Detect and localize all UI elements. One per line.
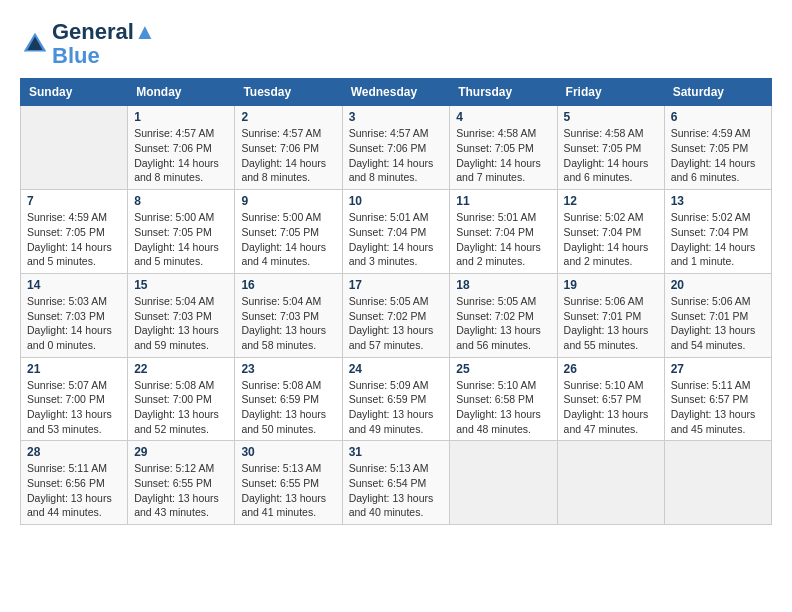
day-info: Sunrise: 5:02 AM Sunset: 7:04 PM Dayligh… xyxy=(671,210,765,269)
calendar-cell xyxy=(557,441,664,525)
calendar-cell xyxy=(664,441,771,525)
day-info: Sunrise: 4:58 AM Sunset: 7:05 PM Dayligh… xyxy=(564,126,658,185)
calendar-cell: 29Sunrise: 5:12 AM Sunset: 6:55 PM Dayli… xyxy=(128,441,235,525)
logo-icon xyxy=(20,29,50,59)
col-header-friday: Friday xyxy=(557,79,664,106)
calendar-cell: 5Sunrise: 4:58 AM Sunset: 7:05 PM Daylig… xyxy=(557,106,664,190)
day-number: 25 xyxy=(456,362,550,376)
calendar-cell xyxy=(450,441,557,525)
day-number: 17 xyxy=(349,278,444,292)
day-info: Sunrise: 4:57 AM Sunset: 7:06 PM Dayligh… xyxy=(241,126,335,185)
day-number: 11 xyxy=(456,194,550,208)
day-info: Sunrise: 5:00 AM Sunset: 7:05 PM Dayligh… xyxy=(241,210,335,269)
calendar-cell: 13Sunrise: 5:02 AM Sunset: 7:04 PM Dayli… xyxy=(664,190,771,274)
day-number: 19 xyxy=(564,278,658,292)
day-info: Sunrise: 5:08 AM Sunset: 6:59 PM Dayligh… xyxy=(241,378,335,437)
day-info: Sunrise: 4:58 AM Sunset: 7:05 PM Dayligh… xyxy=(456,126,550,185)
day-info: Sunrise: 4:57 AM Sunset: 7:06 PM Dayligh… xyxy=(349,126,444,185)
day-info: Sunrise: 5:06 AM Sunset: 7:01 PM Dayligh… xyxy=(564,294,658,353)
day-number: 30 xyxy=(241,445,335,459)
day-info: Sunrise: 5:11 AM Sunset: 6:57 PM Dayligh… xyxy=(671,378,765,437)
calendar-cell: 24Sunrise: 5:09 AM Sunset: 6:59 PM Dayli… xyxy=(342,357,450,441)
col-header-saturday: Saturday xyxy=(664,79,771,106)
calendar-cell xyxy=(21,106,128,190)
day-number: 12 xyxy=(564,194,658,208)
day-info: Sunrise: 5:09 AM Sunset: 6:59 PM Dayligh… xyxy=(349,378,444,437)
day-info: Sunrise: 5:12 AM Sunset: 6:55 PM Dayligh… xyxy=(134,461,228,520)
day-number: 4 xyxy=(456,110,550,124)
day-number: 7 xyxy=(27,194,121,208)
day-info: Sunrise: 5:06 AM Sunset: 7:01 PM Dayligh… xyxy=(671,294,765,353)
day-number: 22 xyxy=(134,362,228,376)
day-number: 10 xyxy=(349,194,444,208)
day-number: 21 xyxy=(27,362,121,376)
day-number: 13 xyxy=(671,194,765,208)
day-number: 2 xyxy=(241,110,335,124)
calendar-cell: 14Sunrise: 5:03 AM Sunset: 7:03 PM Dayli… xyxy=(21,273,128,357)
day-number: 14 xyxy=(27,278,121,292)
week-row-1: 1Sunrise: 4:57 AM Sunset: 7:06 PM Daylig… xyxy=(21,106,772,190)
calendar-cell: 3Sunrise: 4:57 AM Sunset: 7:06 PM Daylig… xyxy=(342,106,450,190)
day-info: Sunrise: 5:04 AM Sunset: 7:03 PM Dayligh… xyxy=(134,294,228,353)
day-number: 1 xyxy=(134,110,228,124)
logo-text: General▲ Blue xyxy=(52,20,156,68)
day-info: Sunrise: 5:08 AM Sunset: 7:00 PM Dayligh… xyxy=(134,378,228,437)
calendar-cell: 4Sunrise: 4:58 AM Sunset: 7:05 PM Daylig… xyxy=(450,106,557,190)
day-number: 16 xyxy=(241,278,335,292)
calendar-cell: 30Sunrise: 5:13 AM Sunset: 6:55 PM Dayli… xyxy=(235,441,342,525)
calendar-cell: 28Sunrise: 5:11 AM Sunset: 6:56 PM Dayli… xyxy=(21,441,128,525)
day-info: Sunrise: 5:07 AM Sunset: 7:00 PM Dayligh… xyxy=(27,378,121,437)
day-number: 6 xyxy=(671,110,765,124)
day-number: 23 xyxy=(241,362,335,376)
calendar-cell: 17Sunrise: 5:05 AM Sunset: 7:02 PM Dayli… xyxy=(342,273,450,357)
calendar-cell: 22Sunrise: 5:08 AM Sunset: 7:00 PM Dayli… xyxy=(128,357,235,441)
day-info: Sunrise: 4:59 AM Sunset: 7:05 PM Dayligh… xyxy=(27,210,121,269)
day-info: Sunrise: 5:04 AM Sunset: 7:03 PM Dayligh… xyxy=(241,294,335,353)
calendar-cell: 25Sunrise: 5:10 AM Sunset: 6:58 PM Dayli… xyxy=(450,357,557,441)
calendar-cell: 21Sunrise: 5:07 AM Sunset: 7:00 PM Dayli… xyxy=(21,357,128,441)
calendar-cell: 12Sunrise: 5:02 AM Sunset: 7:04 PM Dayli… xyxy=(557,190,664,274)
calendar-cell: 31Sunrise: 5:13 AM Sunset: 6:54 PM Dayli… xyxy=(342,441,450,525)
calendar-cell: 1Sunrise: 4:57 AM Sunset: 7:06 PM Daylig… xyxy=(128,106,235,190)
day-number: 5 xyxy=(564,110,658,124)
day-number: 15 xyxy=(134,278,228,292)
day-info: Sunrise: 5:02 AM Sunset: 7:04 PM Dayligh… xyxy=(564,210,658,269)
calendar-cell: 9Sunrise: 5:00 AM Sunset: 7:05 PM Daylig… xyxy=(235,190,342,274)
day-info: Sunrise: 5:13 AM Sunset: 6:54 PM Dayligh… xyxy=(349,461,444,520)
calendar-cell: 18Sunrise: 5:05 AM Sunset: 7:02 PM Dayli… xyxy=(450,273,557,357)
day-info: Sunrise: 5:05 AM Sunset: 7:02 PM Dayligh… xyxy=(349,294,444,353)
calendar-cell: 27Sunrise: 5:11 AM Sunset: 6:57 PM Dayli… xyxy=(664,357,771,441)
day-info: Sunrise: 5:01 AM Sunset: 7:04 PM Dayligh… xyxy=(456,210,550,269)
day-info: Sunrise: 5:11 AM Sunset: 6:56 PM Dayligh… xyxy=(27,461,121,520)
calendar-cell: 20Sunrise: 5:06 AM Sunset: 7:01 PM Dayli… xyxy=(664,273,771,357)
day-info: Sunrise: 5:10 AM Sunset: 6:58 PM Dayligh… xyxy=(456,378,550,437)
week-row-3: 14Sunrise: 5:03 AM Sunset: 7:03 PM Dayli… xyxy=(21,273,772,357)
calendar-table: SundayMondayTuesdayWednesdayThursdayFrid… xyxy=(20,78,772,525)
day-number: 29 xyxy=(134,445,228,459)
col-header-tuesday: Tuesday xyxy=(235,79,342,106)
day-info: Sunrise: 4:59 AM Sunset: 7:05 PM Dayligh… xyxy=(671,126,765,185)
day-number: 31 xyxy=(349,445,444,459)
day-number: 27 xyxy=(671,362,765,376)
logo: General▲ Blue xyxy=(20,20,156,68)
day-info: Sunrise: 5:13 AM Sunset: 6:55 PM Dayligh… xyxy=(241,461,335,520)
day-number: 18 xyxy=(456,278,550,292)
header-row: SundayMondayTuesdayWednesdayThursdayFrid… xyxy=(21,79,772,106)
calendar-cell: 2Sunrise: 4:57 AM Sunset: 7:06 PM Daylig… xyxy=(235,106,342,190)
day-info: Sunrise: 5:01 AM Sunset: 7:04 PM Dayligh… xyxy=(349,210,444,269)
day-number: 26 xyxy=(564,362,658,376)
day-info: Sunrise: 4:57 AM Sunset: 7:06 PM Dayligh… xyxy=(134,126,228,185)
day-number: 28 xyxy=(27,445,121,459)
day-info: Sunrise: 5:05 AM Sunset: 7:02 PM Dayligh… xyxy=(456,294,550,353)
day-number: 8 xyxy=(134,194,228,208)
day-number: 20 xyxy=(671,278,765,292)
day-info: Sunrise: 5:00 AM Sunset: 7:05 PM Dayligh… xyxy=(134,210,228,269)
day-number: 9 xyxy=(241,194,335,208)
calendar-cell: 6Sunrise: 4:59 AM Sunset: 7:05 PM Daylig… xyxy=(664,106,771,190)
calendar-cell: 19Sunrise: 5:06 AM Sunset: 7:01 PM Dayli… xyxy=(557,273,664,357)
calendar-cell: 26Sunrise: 5:10 AM Sunset: 6:57 PM Dayli… xyxy=(557,357,664,441)
day-info: Sunrise: 5:10 AM Sunset: 6:57 PM Dayligh… xyxy=(564,378,658,437)
col-header-wednesday: Wednesday xyxy=(342,79,450,106)
day-number: 24 xyxy=(349,362,444,376)
week-row-2: 7Sunrise: 4:59 AM Sunset: 7:05 PM Daylig… xyxy=(21,190,772,274)
